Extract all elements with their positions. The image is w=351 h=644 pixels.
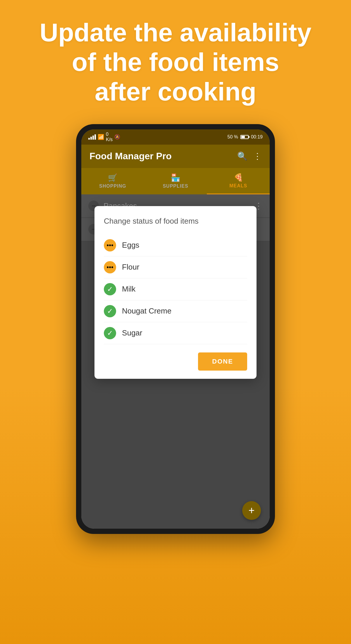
food-item-nougat-creme[interactable]: ✓ Nougat Creme [104, 300, 247, 322]
pending-dots-icon: ••• [107, 242, 113, 249]
food-item-eggs[interactable]: ••• Eggs [104, 234, 247, 256]
food-item-milk[interactable]: ✓ Milk [104, 278, 247, 300]
pending-dots-icon-flour: ••• [107, 263, 113, 271]
shopping-cart-icon: 🛒 [108, 173, 117, 182]
headline-line2: of the food items [72, 47, 279, 76]
tab-meals-label: MEALS [229, 183, 247, 189]
wifi-icon: 📶 [98, 134, 104, 140]
tab-shopping[interactable]: 🛒 SHOPPING [81, 168, 144, 194]
tab-supplies-label: SUPPLIES [163, 184, 188, 189]
signal-icon [88, 134, 96, 140]
headline: Update the availability of the food item… [22, 18, 329, 107]
notification-icon: 🔕 [114, 134, 120, 140]
tab-bar: 🛒 SHOPPING 🏪 SUPPLIES 🍕 MEALS [81, 168, 270, 194]
tab-meals[interactable]: 🍕 MEALS [207, 168, 270, 194]
data-indicator: 0K/s [106, 132, 113, 142]
supplies-icon: 🏪 [171, 173, 180, 182]
dialog-actions: DONE [104, 352, 247, 371]
status-icon-milk[interactable]: ✓ [104, 283, 116, 295]
tab-supplies[interactable]: 🏪 SUPPLIES [144, 168, 207, 194]
food-name-flour: Flour [122, 263, 139, 272]
status-icon-eggs[interactable]: ••• [104, 239, 116, 251]
dialog-overlay: Change status of food items ••• Eggs ••• [81, 194, 270, 529]
headline-line1: Update the availability [39, 18, 311, 47]
status-right: 50 % 00:19 [227, 134, 263, 140]
app-bar: Food Manager Pro 🔍 ⋮ [81, 145, 270, 168]
checkmark-icon-sugar: ✓ [107, 329, 113, 337]
checkmark-icon-nougat: ✓ [107, 307, 113, 315]
battery-icon [240, 135, 249, 139]
fab-add-button[interactable]: + [242, 501, 261, 520]
status-left: 📶 0K/s 🔕 [88, 132, 120, 142]
meals-icon: 🍕 [234, 173, 243, 182]
status-icon-flour[interactable]: ••• [104, 261, 116, 273]
food-name-eggs: Eggs [122, 241, 139, 250]
app-title: Food Manager Pro [90, 151, 172, 162]
change-status-dialog: Change status of food items ••• Eggs ••• [94, 206, 257, 379]
more-options-icon[interactable]: ⋮ [253, 151, 261, 161]
status-icon-sugar[interactable]: ✓ [104, 327, 116, 339]
tab-shopping-label: SHOPPING [99, 184, 126, 189]
food-name-nougat-creme: Nougat Creme [122, 306, 171, 316]
status-bar: 📶 0K/s 🔕 50 % 00:19 [81, 129, 270, 145]
app-bar-icons: 🔍 ⋮ [237, 151, 261, 161]
food-item-flour[interactable]: ••• Flour [104, 256, 247, 278]
phone-screen: 📶 0K/s 🔕 50 % 00:19 Food Manager Pro 🔍 ⋮ [81, 129, 270, 529]
search-icon[interactable]: 🔍 [237, 151, 247, 161]
headline-line3: after cooking [95, 77, 257, 106]
done-button[interactable]: DONE [198, 352, 247, 371]
phone-frame: 📶 0K/s 🔕 50 % 00:19 Food Manager Pro 🔍 ⋮ [76, 124, 275, 534]
plus-icon: + [248, 504, 254, 517]
content-area: − Pancakes ⋮ − Change status of food ite… [81, 194, 270, 529]
dialog-title: Change status of food items [104, 217, 247, 226]
status-icon-nougat-creme[interactable]: ✓ [104, 305, 116, 317]
food-item-sugar[interactable]: ✓ Sugar [104, 322, 247, 344]
food-name-sugar: Sugar [122, 328, 142, 338]
food-name-milk: Milk [122, 285, 135, 294]
battery-percent: 50 % [227, 134, 238, 140]
clock: 00:19 [251, 134, 263, 140]
checkmark-icon-milk: ✓ [107, 285, 113, 293]
